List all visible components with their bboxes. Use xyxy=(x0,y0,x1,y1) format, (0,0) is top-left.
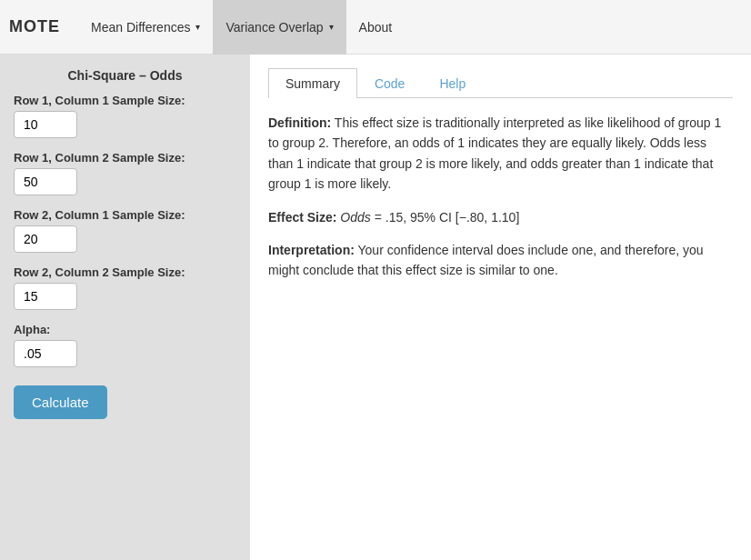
tabs-bar: Summary Code Help xyxy=(268,68,733,98)
input-row1col1[interactable] xyxy=(14,111,77,138)
label-row1col2: Row 1, Column 2 Sample Size: xyxy=(14,151,236,165)
input-row1col2[interactable] xyxy=(14,168,77,195)
content-area: Summary Code Help Definition: This effec… xyxy=(250,55,751,560)
tab-code[interactable]: Code xyxy=(357,68,422,98)
sidebar-title: Chi-Square – Odds xyxy=(14,68,236,83)
effect-size-text: Odds = .15, 95% CI [−.80, 1.10] xyxy=(336,210,519,225)
calculate-button[interactable]: Calculate xyxy=(14,385,107,419)
tab-summary[interactable]: Summary xyxy=(268,68,357,98)
nav-label-about: About xyxy=(359,20,393,35)
input-alpha[interactable] xyxy=(14,340,77,367)
tab-help[interactable]: Help xyxy=(422,68,483,98)
label-row2col1: Row 2, Column 1 Sample Size: xyxy=(14,208,236,222)
brand-logo: MOTE xyxy=(9,17,60,36)
definition-label: Definition: xyxy=(268,115,331,130)
mean-differences-caret-icon: ▾ xyxy=(195,22,200,32)
nav-label-mean-differences: Mean Differences xyxy=(91,20,190,35)
nav-item-mean-differences[interactable]: Mean Differences ▾ xyxy=(78,0,213,55)
field-group-row1col1: Row 1, Column 1 Sample Size: xyxy=(14,94,236,138)
nav-label-variance-overlap: Variance Overlap xyxy=(225,20,323,35)
definition-paragraph: Definition: This effect size is traditio… xyxy=(268,113,733,195)
effect-size-label: Effect Size: xyxy=(268,210,336,225)
field-group-row2col1: Row 2, Column 1 Sample Size: xyxy=(14,208,236,253)
input-row2col1[interactable] xyxy=(14,225,77,253)
summary-content: Definition: This effect size is traditio… xyxy=(268,113,733,281)
input-row2col2[interactable] xyxy=(14,283,77,310)
definition-text: This effect size is traditionally interp… xyxy=(268,115,721,191)
interpretation-label: Interpretation: xyxy=(268,243,355,257)
label-row2col2: Row 2, Column 2 Sample Size: xyxy=(14,265,236,279)
effect-size-paragraph: Effect Size: Odds = .15, 95% CI [−.80, 1… xyxy=(268,207,733,227)
main-container: Chi-Square – Odds Row 1, Column 1 Sample… xyxy=(0,55,751,560)
navbar: MOTE Mean Differences ▾ Variance Overlap… xyxy=(0,0,751,55)
label-row1col1: Row 1, Column 1 Sample Size: xyxy=(14,94,236,107)
field-group-row1col2: Row 1, Column 2 Sample Size: xyxy=(14,151,236,195)
sidebar: Chi-Square – Odds Row 1, Column 1 Sample… xyxy=(0,55,250,560)
variance-overlap-caret-icon: ▾ xyxy=(329,22,334,32)
field-group-row2col2: Row 2, Column 2 Sample Size: xyxy=(14,265,236,310)
label-alpha: Alpha: xyxy=(14,323,236,336)
nav-item-about[interactable]: About xyxy=(346,0,406,55)
field-group-alpha: Alpha: xyxy=(14,323,236,367)
interpretation-paragraph: Interpretation: Your confidence interval… xyxy=(268,240,733,281)
nav-item-variance-overlap[interactable]: Variance Overlap ▾ xyxy=(213,0,345,55)
